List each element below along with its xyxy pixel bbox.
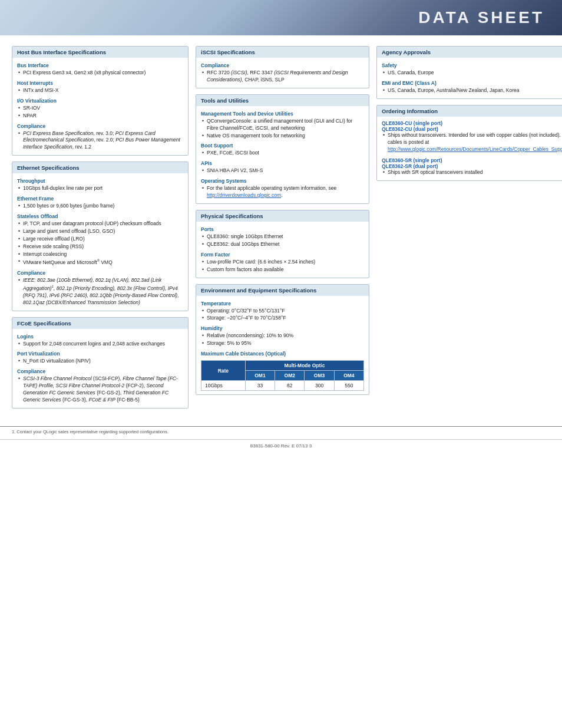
mgmt-tools-2: Native OS management tools for networkin… — [201, 133, 364, 140]
left-column: Host Bus Interface Specifications Bus In… — [12, 46, 189, 414]
fcoe-section: FCoE Specifications Logins Support for 2… — [12, 317, 189, 409]
env-body: Temperature Operating: 0°C/32°F to 55°C/… — [196, 296, 369, 395]
footnote-text: 1. Contact your QLogic sales representat… — [12, 429, 550, 434]
stateless-4: Receive side scaling (RSS) — [17, 243, 183, 251]
humidity-label: Humidity — [201, 325, 364, 331]
om2-header: OM2 — [275, 371, 305, 381]
physical-title: Physical Specifications — [196, 210, 369, 222]
om1-header: OM1 — [245, 371, 275, 381]
agency-title: Agency Approvals — [377, 47, 562, 58]
temp-1: Operating: 0°C/32°F to 55°C/131°F — [201, 308, 364, 315]
mgmt-tools-1: QConvergeConsole: a unified management t… — [201, 118, 364, 132]
ports-label: Ports — [201, 226, 364, 232]
env-title: Environment and Equipment Specifications — [196, 285, 369, 296]
mid-column: iSCSI Specifications Compliance RFC 3720… — [196, 46, 369, 414]
npar-item: NPAR — [17, 113, 183, 120]
ordering-title: Ordering Information — [377, 106, 562, 117]
eth-compliance-label: Compliance — [17, 270, 183, 276]
temp-label: Temperature — [201, 301, 364, 307]
env-section: Environment and Equipment Specifications… — [196, 284, 369, 396]
om3-cell: 300 — [305, 381, 334, 391]
humidity-1: Relative (noncondensing): 10% to 90% — [201, 332, 364, 340]
safety-label: Safety — [382, 62, 562, 68]
emi-item: US, Canada, Europe, Australia/New Zealan… — [382, 87, 562, 94]
throughput-item: 10Gbps full-duplex line rate per port — [17, 185, 183, 192]
footnote-area: 1. Contact your QLogic sales representat… — [0, 426, 562, 434]
ethernet-title: Ethernet Specifications — [12, 162, 188, 173]
right-column: Agency Approvals Safety US, Canada, Euro… — [376, 46, 562, 414]
ports-2: QLE8362: dual 10Gbps Ethernet — [201, 241, 364, 248]
om2-cell: 82 — [275, 381, 305, 391]
ports-1: QLE8360: single 10Gbps Ethernet — [201, 233, 364, 241]
boot-support-label: Boot Support — [201, 143, 364, 149]
iscsi-compliance-item: RFC 3720 (iSCSI), RFC 3347 (iSCSI Requir… — [201, 70, 364, 84]
temp-2: Storage: –20°C/–4°F to 70°C/158°F — [201, 315, 364, 322]
apis-label: APIs — [201, 160, 364, 166]
stateless-offload-label: Stateless Offload — [17, 213, 183, 219]
host-bus-section: Host Bus Interface Specifications Bus In… — [12, 46, 189, 156]
stateless-5: Interrupt coalescing — [17, 251, 183, 258]
ethernet-section: Ethernet Specifications Throughput 10Gbp… — [12, 162, 189, 311]
bus-interface-label: Bus Interface — [17, 62, 183, 68]
os-link[interactable]: http://driverdownloads.qlogic.com — [207, 192, 281, 198]
iscsi-section: iSCSI Specifications Compliance RFC 3720… — [196, 46, 369, 88]
rate-header: Rate — [201, 361, 246, 381]
qle8360-sr-link[interactable]: QLE8360-SR (single port) — [382, 157, 562, 163]
bus-interface-item: PCI Express Gen3 x4, Gen2 x8 (x8 physica… — [17, 70, 183, 77]
safety-item: US, Canada, Europe — [382, 70, 562, 77]
om1-cell: 33 — [245, 381, 275, 391]
mgmt-tools-label: Management Tools and Device Utilities — [201, 111, 364, 117]
fcoe-body: Logins Support for 2,048 concurrent logi… — [12, 329, 188, 408]
tools-title: Tools and Utilities — [196, 95, 369, 106]
agency-body: Safety US, Canada, Europe EMI and EMC (C… — [377, 58, 562, 98]
page-title: DATA SHEET — [418, 8, 544, 27]
ordering-section: Ordering Information QLE8360-CU (single … — [376, 105, 562, 182]
footer: 83831-580-00 Rev. E 07/13 3 — [0, 439, 562, 452]
rate-cell: 10Gbps — [201, 381, 246, 391]
stateless-1: IP, TCP, and user datagram protocol (UDP… — [17, 220, 183, 228]
logins-label: Logins — [17, 334, 183, 340]
io-virt-label: I/O Virtualization — [17, 98, 183, 104]
stateless-6: VMware NetQueue and Microsoft® VMQ — [17, 258, 183, 266]
om3-header: OM3 — [305, 371, 334, 381]
form-factor-2: Custom form factors also available — [201, 266, 364, 274]
header-banner: DATA SHEET — [0, 0, 562, 35]
qle8362-sr-link[interactable]: QLE8362-SR (dual port) — [382, 163, 562, 169]
emi-label: EMI and EMC (Class A) — [382, 80, 562, 86]
iscsi-body: Compliance RFC 3720 (iSCSI), RFC 3347 (i… — [196, 58, 369, 88]
physical-body: Ports QLE8360: single 10Gbps Ethernet QL… — [196, 222, 369, 278]
page: DATA SHEET Host Bus Interface Specificat… — [0, 0, 562, 728]
host-interrupts-label: Host Interrupts — [17, 80, 183, 86]
humidity-2: Storage: 5% to 95% — [201, 340, 364, 347]
logins-item: Support for 2,048 concurrent logins and … — [17, 341, 183, 348]
sr-description: Ships with SR optical transceivers insta… — [382, 169, 562, 176]
host-bus-title: Host Bus Interface Specifications — [12, 47, 188, 58]
fcoe-compliance-item: SCSI-3 Fibre Channel Protocol (SCSI-FCP)… — [17, 375, 183, 404]
hbus-compliance-item: PCI Express Base Specification, rev. 3.0… — [17, 130, 183, 151]
port-virt-label: Port Virtualization — [17, 351, 183, 357]
om4-cell: 550 — [334, 381, 363, 391]
fcoe-compliance-label: Compliance — [17, 368, 183, 374]
cable-dist-label: Maximum Cable Distances (Optical) — [201, 351, 364, 357]
sr-iov-item: SR-IOV — [17, 105, 183, 112]
qle8362-cu-link[interactable]: QLE8362-CU (dual port) — [382, 126, 562, 132]
eth-compliance-item: IEEE: 802.3ae (10Gb Ethernet), 802.1q (V… — [17, 277, 183, 306]
footer-text: 83831-580-00 Rev. E 07/13 3 — [250, 443, 312, 449]
hbus-compliance-label: Compliance — [17, 123, 183, 129]
stateless-3: Large receive offload (LRO) — [17, 236, 183, 243]
ethernet-body: Throughput 10Gbps full-duplex line rate … — [12, 173, 188, 310]
throughput-label: Throughput — [17, 178, 183, 184]
ethernet-frame-label: Ethernet Frame — [17, 196, 183, 202]
boot-support-item: PXE, FCoE, iSCSI boot — [201, 150, 364, 157]
qle8360-cu-link[interactable]: QLE8360-CU (single port) — [382, 120, 562, 126]
apis-item: SNIA HBA API V2, SMI-S — [201, 167, 364, 174]
iscsi-compliance-label: Compliance — [201, 62, 364, 68]
copper-cables-link[interactable]: http://www.qlogic.com/Resources/Document… — [388, 146, 562, 152]
cable-table: Rate Multi-Mode Optic OM1 OM2 OM3 OM4 — [201, 360, 364, 391]
port-virt-item: N_Port ID virtualization (NPIV) — [17, 358, 183, 365]
agency-section: Agency Approvals Safety US, Canada, Euro… — [376, 46, 562, 99]
form-factor-label: Form Factor — [201, 252, 364, 258]
ethernet-frame-item: 1,500 bytes or 9,600 bytes (jumbo frame) — [17, 203, 183, 210]
form-factor-1: Low-profile PCIe card: (6.6 inches × 2.5… — [201, 259, 364, 266]
os-item: For the latest applicable operating syst… — [201, 185, 364, 199]
